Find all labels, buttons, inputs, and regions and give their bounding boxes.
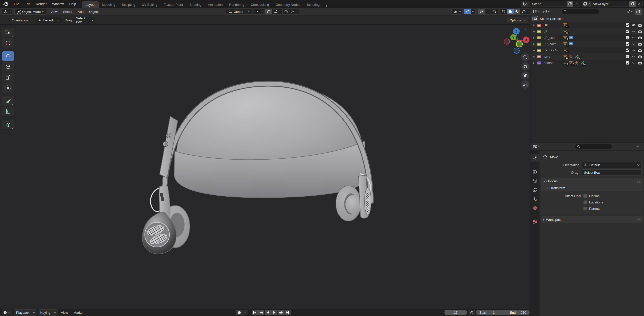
hide-in-viewport-toggle[interactable] <box>632 49 636 52</box>
show-object-types-selector[interactable] <box>451 9 463 15</box>
exclude-checkbox[interactable] <box>626 36 629 40</box>
shading-material-button[interactable] <box>514 9 520 14</box>
view-layer-name[interactable]: ViewLayer <box>591 2 629 6</box>
expand-arrow-icon[interactable]: ▶ <box>533 61 537 64</box>
current-frame-field[interactable]: 17 <box>444 310 467 315</box>
shading-solid-button[interactable] <box>507 9 514 14</box>
tab-uv-editing[interactable]: UV Editing <box>138 1 160 8</box>
transform-orientation-selector[interactable]: Global <box>226 9 252 15</box>
hide-in-viewport-toggle[interactable] <box>632 36 636 39</box>
tab-output-properties[interactable] <box>530 177 540 185</box>
disable-in-renders-toggle[interactable] <box>638 49 642 52</box>
sidebar-collapse-arrow[interactable]: ‹ <box>525 27 526 31</box>
disable-in-renders-toggle[interactable] <box>638 30 642 33</box>
gizmo-minus-x-axis[interactable] <box>504 39 510 44</box>
properties-options-dropdown[interactable] <box>637 145 639 147</box>
affect-parents-checkbox[interactable] <box>583 207 587 210</box>
next-keyframe-button[interactable] <box>278 310 284 315</box>
exclude-checkbox[interactable] <box>626 48 629 52</box>
show-overlays-toggle[interactable] <box>478 9 485 14</box>
tab-shading[interactable]: Shading <box>186 1 205 8</box>
tool-transform[interactable] <box>2 83 14 93</box>
zoom-view-button[interactable] <box>521 53 529 61</box>
outliner-row[interactable]: ▶terry1795 <box>530 53 644 60</box>
tool-drag-selector[interactable]: Select Box <box>74 17 95 23</box>
outliner-filter-button[interactable] <box>626 10 633 13</box>
affect-locations-checkbox[interactable] <box>583 200 587 204</box>
tab-sculpting[interactable]: Sculpting <box>119 1 138 8</box>
gizmo-minus-y-axis[interactable] <box>516 41 522 47</box>
proportional-falloff-selector[interactable] <box>290 9 299 14</box>
expand-arrow-icon[interactable]: ▶ <box>533 36 537 39</box>
tab-geometry-nodes[interactable]: Geometry Nodes <box>272 1 303 8</box>
expand-arrow-icon[interactable]: ▶ <box>533 24 537 26</box>
scene-collection-row[interactable]: Scene Collection <box>530 15 644 22</box>
outliner-row[interactable]: ▶LP_LODs10 <box>530 47 644 53</box>
disable-in-renders-toggle[interactable] <box>638 36 642 40</box>
menu-file[interactable]: File <box>11 0 22 8</box>
gizmo-x-axis[interactable]: X <box>525 38 527 42</box>
select-menu[interactable]: Select <box>60 8 75 16</box>
tab-rendering[interactable]: Rendering <box>226 1 247 8</box>
tool-add-cube[interactable] <box>2 120 14 130</box>
play-reverse-button[interactable] <box>265 310 271 315</box>
transform-subpanel-header[interactable]: Transform <box>541 185 643 191</box>
workspace-panel-header[interactable]: Workspace ⣿⣿ <box>541 216 643 223</box>
hide-in-viewport-toggle[interactable] <box>632 61 636 64</box>
prop-drag-selector[interactable]: Select Box <box>582 169 641 175</box>
outliner-row[interactable]: ▶LP13 <box>530 28 644 34</box>
play-button[interactable] <box>271 310 277 315</box>
tool-orientation-selector[interactable]: Default <box>36 17 62 23</box>
add-menu[interactable]: Add <box>75 8 86 16</box>
collection-name[interactable]: LP_LODs <box>544 48 563 52</box>
tool-select-box[interactable] <box>2 27 14 38</box>
menu-help[interactable]: Help <box>66 0 79 8</box>
outliner-editor-type-button[interactable] <box>532 9 541 15</box>
menu-edit[interactable]: Edit <box>22 0 33 8</box>
tool-scale[interactable] <box>2 72 14 82</box>
tab-render-properties[interactable] <box>530 168 540 176</box>
collection-name[interactable]: HP <box>544 23 563 27</box>
snap-to-selector[interactable] <box>272 9 282 14</box>
tool-measure[interactable] <box>2 107 14 117</box>
timeline-editor-type-button[interactable] <box>2 309 12 315</box>
collection-name[interactable]: LP_bake <box>544 42 563 46</box>
timeline-marker-menu[interactable]: Marker <box>71 309 86 316</box>
gizmos-dropdown[interactable] <box>471 9 475 14</box>
outliner-row[interactable]: ▶LP_bake6 <box>530 41 644 47</box>
new-collection-button[interactable] <box>635 9 642 15</box>
tab-modeling[interactable]: Modeling <box>99 1 119 8</box>
gizmo-minus-z-axis[interactable] <box>514 48 519 53</box>
gizmo-y-axis[interactable]: Y <box>512 36 514 39</box>
mode-selector[interactable]: Object Mode <box>14 9 46 15</box>
tab-texture-paint[interactable]: Texture Paint <box>161 1 186 8</box>
auto-keying-dropdown[interactable] <box>242 310 248 315</box>
blender-logo-icon[interactable] <box>3 2 9 6</box>
playback-menu[interactable]: Playback <box>14 309 37 315</box>
options-panel-header[interactable]: Options ⣿⣿ <box>541 178 643 185</box>
tab-animation[interactable]: Animation <box>205 1 226 8</box>
scene-unlink-button[interactable]: ✕ <box>573 1 580 7</box>
auto-keying-toggle[interactable] <box>236 310 242 315</box>
previous-keyframe-button[interactable] <box>258 310 264 315</box>
timeline-view-menu[interactable]: View <box>58 309 71 316</box>
disable-in-renders-toggle[interactable] <box>638 23 642 27</box>
exclude-checkbox[interactable] <box>626 55 629 58</box>
snap-toggle[interactable] <box>265 9 272 14</box>
properties-editor-type-button[interactable] <box>532 144 541 150</box>
tool-annotate[interactable] <box>2 96 14 106</box>
panel-grip-icon[interactable]: ⣿⣿ <box>637 180 641 183</box>
tab-tool-properties[interactable] <box>530 154 540 162</box>
add-workspace-button[interactable]: + <box>323 4 330 8</box>
tab-scripting[interactable]: Scripting <box>304 1 323 8</box>
tab-scene-properties[interactable] <box>530 195 540 203</box>
expand-arrow-icon[interactable]: ▶ <box>533 43 537 45</box>
menu-render[interactable]: Render <box>33 0 49 8</box>
menu-window[interactable]: Window <box>49 0 66 8</box>
expand-arrow-icon[interactable]: ▶ <box>533 55 537 58</box>
hide-in-viewport-toggle[interactable] <box>632 43 636 46</box>
perspective-ortho-button[interactable] <box>521 80 529 89</box>
use-preview-range-toggle[interactable] <box>469 310 475 315</box>
jump-to-end-button[interactable] <box>284 310 291 315</box>
outliner-display-mode-button[interactable] <box>543 9 550 15</box>
